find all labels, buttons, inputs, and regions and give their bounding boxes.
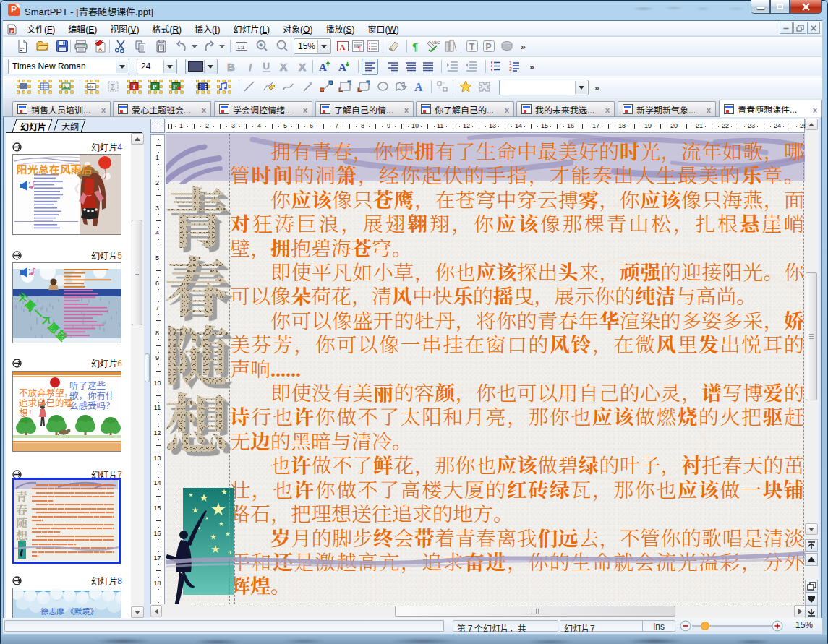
- svg-text:2: 2: [509, 66, 512, 72]
- svg-text:A: A: [98, 46, 102, 52]
- svg-text:想！: 想！: [19, 405, 37, 419]
- svg-text:¶: ¶: [412, 41, 418, 53]
- svg-text:I: I: [249, 61, 252, 73]
- svg-text:ole: ole: [88, 85, 95, 89]
- svg-text:¶: ¶: [358, 46, 361, 52]
- svg-text:徐志摩 《默境》: 徐志摩 《默境》: [40, 605, 98, 617]
- svg-text:Σ: Σ: [111, 83, 115, 91]
- svg-text:A: A: [414, 81, 423, 93]
- svg-text:X: X: [280, 61, 287, 73]
- svg-text:A: A: [338, 61, 346, 73]
- svg-text:么感受吗？: 么感受吗？: [69, 398, 115, 412]
- svg-text:X: X: [299, 61, 306, 73]
- svg-text:1: 1: [509, 61, 512, 66]
- svg-text:A: A: [319, 61, 327, 73]
- svg-text:P: P: [173, 83, 177, 90]
- svg-text:阳光总在风雨后: 阳光总在风雨后: [17, 161, 93, 176]
- svg-text:1:1: 1:1: [237, 44, 244, 51]
- svg-text:ABC: ABC: [431, 40, 440, 45]
- svg-text:A: A: [340, 43, 346, 51]
- svg-text:B: B: [227, 61, 235, 73]
- svg-text:P: P: [153, 83, 157, 90]
- svg-text:T: T: [132, 83, 136, 90]
- svg-text:P: P: [486, 42, 492, 52]
- svg-text:T: T: [469, 42, 475, 52]
- svg-text:P: P: [10, 27, 13, 33]
- svg-text:U: U: [263, 61, 270, 72]
